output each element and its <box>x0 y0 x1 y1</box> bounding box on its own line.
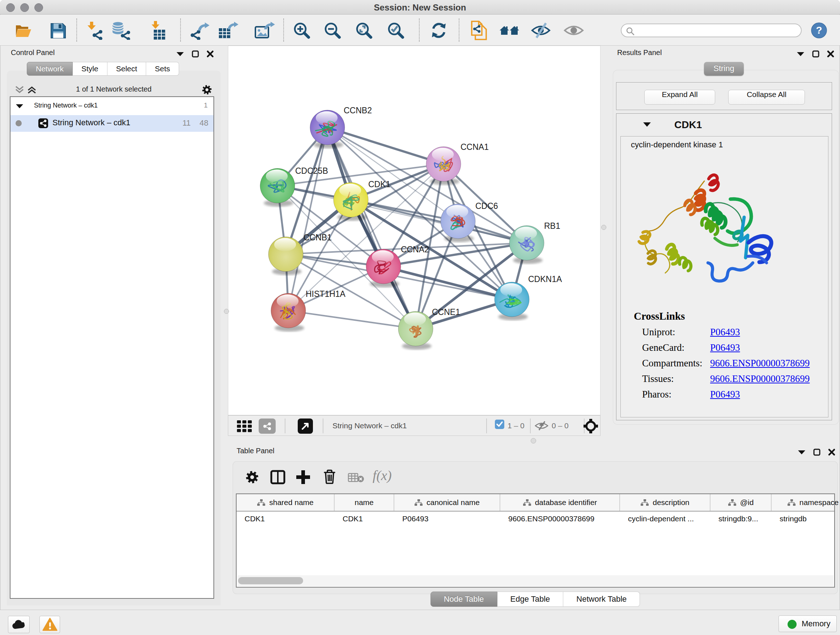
column-header-description[interactable]: description <box>620 494 711 511</box>
cell-databaseidentifier[interactable]: 9606.ENSP00000378699 <box>500 511 620 527</box>
collapse-all-button[interactable]: Collapse All <box>728 90 805 105</box>
import-table-button[interactable] <box>147 15 168 46</box>
node-RB1[interactable]: RB1 <box>509 221 561 264</box>
node-HIST1H1A[interactable]: HIST1H1A <box>271 289 346 332</box>
column-header-sharedname[interactable]: shared name <box>237 494 335 511</box>
memory-button[interactable]: Memory <box>778 616 837 632</box>
zoom-selected-button[interactable] <box>386 15 406 46</box>
delete-table-icon[interactable] <box>347 472 364 483</box>
tab-sets[interactable]: Sets <box>146 62 179 76</box>
panel-menu-icon[interactable] <box>796 51 805 57</box>
collapse-section-icon[interactable] <box>643 122 651 127</box>
delete-column-trash-icon[interactable] <box>322 469 337 485</box>
show-all-button[interactable] <box>499 15 520 46</box>
node-CCNE1[interactable]: CCNE1 <box>398 307 460 350</box>
node-CCNA1[interactable]: CCNA1 <box>426 142 489 185</box>
node-table[interactable]: shared namename canonical name database … <box>236 494 835 587</box>
app-status-bar: Memory <box>0 610 840 635</box>
tree-expand-icon[interactable] <box>16 103 24 109</box>
crosslink-value[interactable]: P06493 <box>710 342 740 353</box>
show-hidden-button[interactable] <box>563 15 584 46</box>
column-header-namespace[interactable]: namespace <box>772 494 840 511</box>
cell-sharedname[interactable]: CDK1 <box>237 511 335 527</box>
edge-CCNB2-CCNA1[interactable] <box>327 127 444 164</box>
cloud-button[interactable] <box>8 616 30 633</box>
table-horizontal-scrollbar[interactable] <box>237 575 834 586</box>
protein-header-row[interactable]: CDK1 <box>616 114 832 136</box>
import-network-database-button[interactable] <box>111 15 132 46</box>
export-table-button[interactable] <box>218 15 240 46</box>
zoom-fit-button[interactable] <box>354 15 374 46</box>
tab-edge-table[interactable]: Edge Table <box>497 592 564 607</box>
node-CDC25B[interactable]: CDC25B <box>260 166 328 207</box>
open-in-window-button[interactable] <box>298 418 313 434</box>
node-table-row[interactable]: CDK1CDK1P064939606.ENSP00000378699cyclin… <box>237 511 834 527</box>
crosslink-label: Compartments: <box>642 358 702 369</box>
hide-selected-button[interactable] <box>531 15 551 46</box>
function-builder-icon[interactable]: f(x) <box>373 467 392 483</box>
search-input[interactable] <box>638 25 799 36</box>
column-header-name[interactable]: name <box>335 494 394 511</box>
search-box[interactable] <box>621 24 802 37</box>
network-collection-row[interactable]: String Network – cdk1 1 <box>11 97 213 115</box>
cell-description[interactable]: cyclin-dependent ... <box>620 511 711 527</box>
table-settings-gear-icon[interactable] <box>246 471 258 483</box>
check-icon <box>496 421 503 427</box>
tab-network-table[interactable]: Network Table <box>563 592 640 607</box>
cell-name[interactable]: CDK1 <box>335 511 394 527</box>
tab-string[interactable]: String <box>704 62 744 76</box>
node-CDKN1A[interactable]: CDKN1A <box>494 274 562 320</box>
birdseye-grid-icon[interactable] <box>236 420 253 433</box>
save-session-button[interactable] <box>48 15 68 46</box>
panel-menu-icon[interactable] <box>797 449 806 455</box>
panel-menu-icon[interactable] <box>176 51 185 57</box>
zoom-out-button[interactable] <box>323 15 342 46</box>
network-options-gear-icon[interactable] <box>202 85 212 95</box>
crosslink-value[interactable]: 9606.ENSP00000378699 <box>710 358 810 369</box>
add-column-icon[interactable] <box>295 469 311 485</box>
column-header-id[interactable]: @id <box>711 494 772 511</box>
tab-network[interactable]: Network <box>27 62 73 76</box>
help-button[interactable]: ? <box>810 15 828 46</box>
apply-layout-button[interactable] <box>429 15 448 46</box>
crosslink-value[interactable]: 9606.ENSP00000378699 <box>710 373 810 385</box>
zoom-fit-icon <box>355 21 373 40</box>
import-network-button[interactable] <box>84 15 104 46</box>
crosslink-value[interactable]: P06493 <box>710 389 740 400</box>
scrollbar-thumb[interactable] <box>238 577 303 584</box>
panel-close-icon[interactable] <box>827 50 835 58</box>
panel-close-icon[interactable] <box>828 448 836 456</box>
cell-namespace[interactable]: stringdb <box>772 511 840 527</box>
cell-id[interactable]: stringdb:9... <box>711 511 772 527</box>
open-session-button[interactable] <box>14 15 34 46</box>
tab-select[interactable]: Select <box>107 62 146 76</box>
copy-network-button[interactable] <box>470 15 490 46</box>
node-CCNB2[interactable]: CCNB2 <box>310 106 372 149</box>
panel-float-icon[interactable] <box>813 448 821 456</box>
crosslink-value[interactable]: P06493 <box>710 326 740 338</box>
column-header-canonicalname[interactable]: canonical name <box>394 494 500 511</box>
warnings-button[interactable] <box>39 616 60 633</box>
center-view-icon[interactable] <box>584 419 598 433</box>
panel-float-icon[interactable] <box>192 50 199 57</box>
selected-checkbox[interactable] <box>495 420 504 429</box>
tab-style[interactable]: Style <box>73 62 107 76</box>
export-network-button[interactable] <box>189 15 210 46</box>
left-splitter-handle[interactable] <box>224 309 229 314</box>
cell-canonicalname[interactable]: P06493 <box>394 511 500 527</box>
zoom-in-button[interactable] <box>292 15 311 46</box>
export-image-button[interactable] <box>254 15 275 46</box>
edge-CDK1-RB1[interactable] <box>351 200 527 243</box>
expand-all-button[interactable]: Expand All <box>644 90 715 105</box>
node-CCNB1[interactable]: CCNB1 <box>268 233 332 275</box>
panel-float-icon[interactable] <box>812 50 819 57</box>
column-header-databaseidentifier[interactable]: database identifier <box>500 494 620 511</box>
network-row[interactable]: String Network – cdk1 11 48 <box>11 115 213 132</box>
horizontal-splitter-handle[interactable] <box>531 438 536 443</box>
table-columns-icon[interactable] <box>270 470 286 485</box>
edge-HIST1H1A-CCNE1[interactable] <box>288 310 416 329</box>
panel-close-icon[interactable] <box>206 50 214 58</box>
network-share-button[interactable] <box>259 418 276 434</box>
network-view-canvas[interactable]: CCNB2CCNA1CDC25BCDK1CDC6RB1CCNB1CCNA2CDK… <box>228 46 600 415</box>
tab-node-table[interactable]: Node Table <box>431 592 497 607</box>
